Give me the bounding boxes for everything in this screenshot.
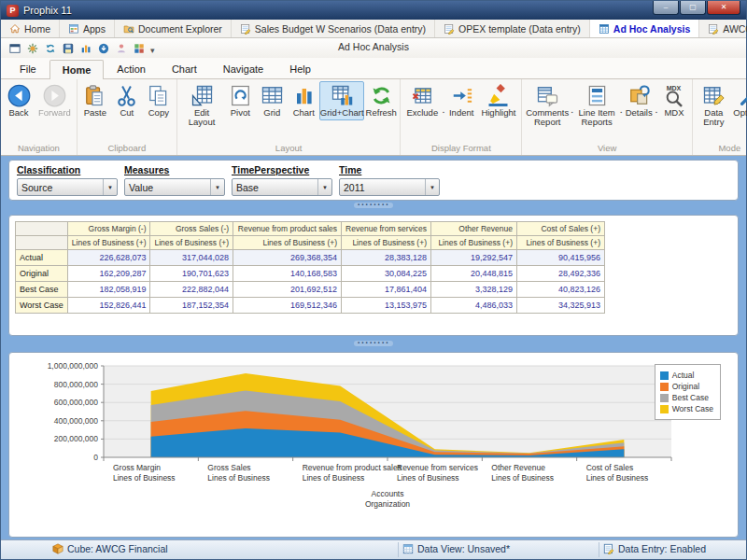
filter-select-timeperspective[interactable]: Base (232, 178, 332, 196)
filter-select-measures[interactable]: Value (124, 178, 225, 196)
mdx-button[interactable]: MDXMDX (658, 81, 690, 120)
filters: ClassificationSourceMeasuresValueTimePer… (17, 164, 730, 196)
row-header-original[interactable]: Original (16, 266, 68, 282)
grid-cell[interactable]: 4,486,033 (431, 298, 517, 314)
grid-button[interactable]: Grid (256, 81, 288, 120)
grid-cell[interactable]: 162,209,287 (67, 266, 150, 282)
column-subheader[interactable]: Lines of Business (+) (67, 236, 150, 250)
close-button[interactable] (707, 1, 740, 15)
grid-cell[interactable]: 140,168,583 (233, 266, 342, 282)
tab-apps[interactable]: Apps (60, 20, 115, 37)
back-button[interactable]: Back (3, 81, 35, 120)
grid-cell[interactable]: 28,492,336 (517, 266, 605, 282)
chart-button[interactable]: Chart (288, 81, 319, 120)
column-header[interactable]: Cost of Sales (+) (517, 222, 605, 236)
grid-cell[interactable]: 90,415,956 (517, 250, 605, 266)
grid-cell[interactable]: 269,368,354 (233, 250, 342, 266)
column-header[interactable]: Other Revenue (431, 222, 517, 236)
options-button[interactable]: Options (733, 81, 747, 120)
dropdown-arrow-icon[interactable] (103, 179, 117, 195)
filter-label-link[interactable]: Classification (17, 164, 118, 175)
grid-cell[interactable]: 182,058,919 (67, 282, 150, 298)
column-header[interactable]: Revenue from services (342, 222, 431, 236)
row-header-actual[interactable]: Actual (16, 250, 68, 266)
forward-button[interactable]: Forward (35, 81, 75, 120)
grid-cell[interactable]: 30,084,225 (342, 266, 431, 282)
splitter-handle-icon[interactable] (354, 203, 394, 208)
tab-home[interactable]: Home (1, 20, 60, 37)
tab-awcg-statement-of-cash-flow-report[interactable]: AWCG Statement of Cash Flow (Report) (699, 20, 747, 37)
status-data-entry: Data Entry: Enabled (603, 543, 706, 554)
line-item-reports-button[interactable]: Line Item Reports (574, 81, 620, 130)
grid-cell[interactable]: 226,628,073 (67, 250, 150, 266)
column-subheader[interactable]: Lines of Business (+) (233, 236, 342, 250)
comments-report-button[interactable]: Comments Report (524, 81, 571, 130)
column-subheader[interactable]: Lines of Business (+) (342, 236, 431, 250)
grid-cell[interactable]: 19,292,547 (431, 250, 517, 266)
line-item-reports-icon (585, 84, 609, 107)
grid-cell[interactable]: 187,152,354 (150, 298, 233, 314)
maximize-button[interactable] (680, 1, 706, 15)
tab-sales-budget-w-scenarios-data-entry[interactable]: Sales Budget W Scenarios (Data entry) (232, 20, 435, 37)
menu-tab-home[interactable]: Home (49, 60, 105, 79)
details-button[interactable]: Details (623, 81, 655, 120)
column-subheader[interactable]: Lines of Business (+) (517, 236, 605, 250)
exclude-button[interactable]: Exclude (402, 81, 442, 120)
column-header[interactable]: Gross Margin (-) (67, 222, 150, 236)
splitter-filters-grid[interactable] (1, 201, 746, 210)
grid-chart-button[interactable]: Grid+Chart (319, 81, 364, 120)
menu-tab-action[interactable]: Action (104, 59, 159, 78)
row-header-best-case[interactable]: Best Case (16, 282, 68, 298)
column-header[interactable]: Gross Sales (-) (150, 222, 233, 236)
menu-tab-file[interactable]: File (7, 59, 49, 78)
tab-document-explorer[interactable]: Document Explorer (115, 20, 232, 37)
grid-cell[interactable]: 152,826,441 (67, 298, 150, 314)
pivot-button[interactable]: Pivot (224, 81, 256, 120)
refresh-button[interactable]: Refresh (364, 81, 398, 120)
minimize-button[interactable] (653, 1, 679, 15)
grid-cell[interactable]: 222,882,044 (150, 282, 233, 298)
splitter-grid-chart[interactable] (1, 339, 746, 348)
dropdown-arrow-icon[interactable] (425, 179, 439, 195)
grid-cell[interactable]: 169,512,346 (233, 298, 342, 314)
copy-button[interactable]: Copy (143, 81, 175, 120)
highlight-button[interactable]: Highlight (477, 81, 519, 120)
grid-cell[interactable]: 20,448,815 (431, 266, 517, 282)
grid-cell[interactable]: 3,328,129 (431, 282, 517, 298)
indent-button[interactable]: Indent (445, 81, 477, 120)
dropdown-arrow-icon[interactable] (317, 179, 331, 195)
edit-layout-button[interactable]: Edit Layout (179, 81, 224, 130)
column-subheader[interactable]: Lines of Business (+) (150, 236, 233, 250)
tab-opex-template-data-entry[interactable]: OPEX template (Data entry) (435, 20, 590, 37)
filter-selected-value: Source (18, 182, 103, 193)
grid-cell[interactable]: 13,153,975 (342, 298, 431, 314)
column-header[interactable]: Revenue from product sales (233, 222, 342, 236)
filter-label-link[interactable]: Measures (124, 164, 225, 175)
menu-tab-chart[interactable]: Chart (159, 59, 210, 78)
row-header-worst-case[interactable]: Worst Case (16, 298, 68, 314)
details-dropdown-icon[interactable] (655, 109, 657, 115)
menu-tab-help[interactable]: Help (276, 59, 324, 78)
grid-cell[interactable]: 317,044,028 (150, 250, 233, 266)
grid-cell[interactable]: 40,823,126 (517, 282, 605, 298)
filter-label-link[interactable]: TimePerspective (232, 164, 332, 175)
filter-label-link[interactable]: Time (339, 164, 440, 175)
filter-select-classification[interactable]: Source (17, 178, 118, 196)
dropdown-arrow-icon[interactable] (210, 179, 224, 195)
column-subheader[interactable]: Lines of Business (+) (431, 236, 517, 250)
comments-report-dropdown-icon[interactable] (571, 109, 573, 115)
menu-tab-navigate[interactable]: Navigate (210, 59, 276, 78)
line-item-reports-dropdown-icon[interactable] (620, 109, 622, 115)
paste-button[interactable]: Paste (79, 81, 111, 120)
grid-cell[interactable]: 34,325,913 (517, 298, 605, 314)
splitter-handle-icon[interactable] (354, 341, 394, 346)
cut-button[interactable]: Cut (111, 81, 143, 120)
grid-cell[interactable]: 17,861,404 (342, 282, 431, 298)
tab-ad-hoc-analysis[interactable]: Ad Hoc Analysis (590, 20, 699, 37)
grid-cell[interactable]: 190,701,623 (150, 266, 233, 282)
grid-cell[interactable]: 28,383,128 (342, 250, 431, 266)
filter-select-time[interactable]: 2011 (339, 178, 440, 196)
grid-cell[interactable]: 201,692,512 (233, 282, 342, 298)
data-entry-button[interactable]: Data Entry (695, 81, 733, 130)
exclude-dropdown-icon[interactable] (443, 109, 444, 115)
